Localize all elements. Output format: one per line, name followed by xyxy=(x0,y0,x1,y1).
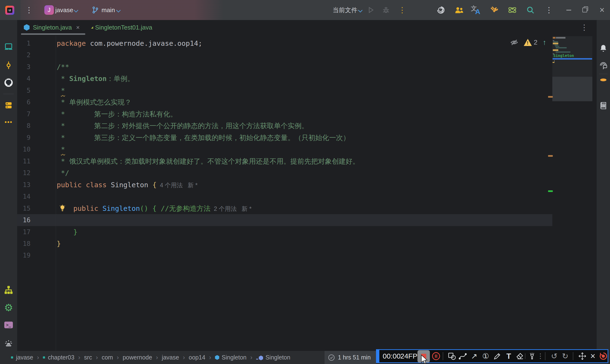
pause-recording-button[interactable] xyxy=(431,352,441,360)
line-number[interactable]: 13 xyxy=(0,179,30,191)
breadcrumb-item-powernode[interactable]: powernode xyxy=(123,354,152,361)
line-number[interactable]: 18 xyxy=(0,238,30,250)
notifications-bell-icon[interactable] xyxy=(597,41,610,55)
hierarchy-icon[interactable] xyxy=(0,283,17,297)
breadcrumb-item-oop14[interactable]: oop14 xyxy=(189,354,205,361)
search-icon[interactable] xyxy=(526,6,535,14)
code-line[interactable]: * 饿汉式单例模式：类加载时对象就创建好了。不管这个对象用还是不用。提前先把对象… xyxy=(57,155,359,167)
database-icon[interactable] xyxy=(597,76,610,89)
branch-widget[interactable]: main xyxy=(102,0,115,20)
code-line[interactable]: * 第一步：构造方法私有化。 xyxy=(57,108,177,120)
dictionary-book-icon[interactable] xyxy=(597,99,610,113)
code-line[interactable]: public class Singleton { 4 个用法 新 * xyxy=(57,179,197,191)
mouse-cursor xyxy=(421,354,429,364)
line-number[interactable]: 12 xyxy=(0,167,30,179)
breadcrumb-item-chapter03[interactable]: chapter03 xyxy=(43,354,74,361)
line-number[interactable]: 6 xyxy=(0,96,30,108)
prev-problem-arrow[interactable]: ↑ xyxy=(543,38,546,46)
line-number[interactable]: 10 xyxy=(0,143,30,155)
code-line[interactable]: * xyxy=(57,85,65,96)
breadcrumb-item-com[interactable]: com xyxy=(102,354,113,361)
undo-button[interactable]: ↺ xyxy=(549,352,559,360)
error-stripe-mark[interactable] xyxy=(548,155,553,157)
ai-chat-icon[interactable] xyxy=(597,58,610,71)
code-line[interactable]: } xyxy=(57,226,78,238)
terminal-icon[interactable]: >_ xyxy=(0,318,17,332)
close-recorder-button[interactable]: × xyxy=(588,352,597,360)
code-line[interactable]: * 单例模式怎么实现？ xyxy=(57,96,131,108)
breadcrumb-item-javase[interactable]: javase xyxy=(11,354,33,361)
text-tool-button[interactable]: T xyxy=(504,352,514,360)
translate-icon[interactable]: 文 A xyxy=(471,0,482,20)
shapes-tool-button[interactable] xyxy=(447,352,457,360)
code-line[interactable]: public Singleton() { //无参构造方法 2 个用法 新 * xyxy=(57,203,252,214)
error-stripe-mark[interactable] xyxy=(548,96,553,98)
close-button[interactable]: × xyxy=(599,0,605,20)
line-number[interactable]: 9 xyxy=(0,132,30,144)
project-widget[interactable]: javase xyxy=(55,0,73,20)
line-number[interactable]: 14 xyxy=(0,191,30,203)
freehand-curve-tool-button[interactable] xyxy=(458,352,467,360)
main-menu-button[interactable]: ⋮ xyxy=(25,0,33,20)
line-number[interactable]: 16 xyxy=(0,214,30,226)
inspections-widget[interactable]: 2 ↑ ↓ xyxy=(510,38,555,47)
code-with-me-users-icon[interactable] xyxy=(455,6,464,14)
intention-bulb-icon[interactable] xyxy=(59,204,66,212)
spiral-plugin-icon[interactable] xyxy=(437,6,445,14)
line-number[interactable]: 4 xyxy=(0,73,30,85)
code-line[interactable]: * 第三步：定义一个静态变量，在类加载的时候，初始化静态变量。（只初始化一次） xyxy=(57,132,350,144)
minimize-button[interactable] xyxy=(564,0,574,20)
line-number[interactable]: 8 xyxy=(0,120,30,132)
code-line[interactable]: /** xyxy=(57,61,69,73)
line-number[interactable]: 3 xyxy=(0,61,30,73)
line-number[interactable]: 19 xyxy=(0,249,30,261)
tools-icon[interactable] xyxy=(490,6,498,14)
code-line[interactable]: * xyxy=(57,143,65,155)
breadcrumb-item-javase[interactable]: javase xyxy=(162,354,179,361)
tab-singletontest01-java[interactable]: SingletonTest01.java xyxy=(92,20,152,35)
recorder-drag-handle[interactable] xyxy=(376,349,379,363)
line-number[interactable]: 7 xyxy=(0,108,30,120)
line-number[interactable]: 11 xyxy=(0,155,30,167)
more-kebab-icon[interactable]: ⋮ xyxy=(545,0,553,20)
code-line[interactable]: * 第二步：对外提供一个公开的静态的方法，用这个方法获取单个实例。 xyxy=(57,120,308,132)
run-configuration-select[interactable]: 当前文件 xyxy=(333,0,357,20)
restart-record-button[interactable] xyxy=(598,352,608,360)
breadcrumb-item-src[interactable]: src xyxy=(84,354,92,361)
project-avatar[interactable]: J xyxy=(44,5,54,15)
line-number[interactable]: 15 xyxy=(0,203,30,214)
line-number[interactable]: 1 xyxy=(0,37,30,49)
run-more-kebab-icon[interactable]: ⋮ xyxy=(398,0,406,20)
tab-singleton-java[interactable]: Singleton.java × xyxy=(24,20,80,35)
eraser-tool-button[interactable] xyxy=(515,352,525,360)
code-line[interactable]: * Singleton：单例。 xyxy=(57,73,134,85)
run-play-icon[interactable] xyxy=(367,6,375,14)
code-line[interactable]: */ xyxy=(57,167,69,179)
minimap-viewport[interactable] xyxy=(552,77,592,101)
move-toolbar-button[interactable] xyxy=(578,352,587,360)
breadcrumb-item-singleton[interactable]: Singleton xyxy=(256,354,290,361)
number-badge-tool-button[interactable]: ① xyxy=(481,352,490,360)
atom-plugin-icon[interactable] xyxy=(507,5,517,15)
arrow-tool-button[interactable]: ↗ xyxy=(469,352,479,360)
line-number[interactable]: 17 xyxy=(0,226,30,238)
tab-options-kebab[interactable]: ⋮ xyxy=(581,20,588,35)
debug-bug-icon[interactable] xyxy=(382,6,390,14)
line-number[interactable]: 5 xyxy=(0,85,30,96)
problems-alarm-icon[interactable] xyxy=(0,337,17,350)
code-line[interactable]: package com.powernode.javase.oop14; xyxy=(57,37,202,49)
restore-button[interactable] xyxy=(580,0,590,20)
highlight-off-eye-icon[interactable] xyxy=(510,38,519,47)
settings-gear-icon[interactable]: ⚙ xyxy=(0,301,17,314)
warning-counter[interactable]: 2 xyxy=(524,39,538,46)
line-number[interactable]: 2 xyxy=(0,49,30,61)
time-tracking-widget[interactable]: 1 hrs 51 min xyxy=(324,351,376,364)
recorder-more-kebab[interactable]: ⋮ xyxy=(536,352,545,360)
code-line[interactable]: } xyxy=(57,238,61,250)
flashlight-tool-button[interactable] xyxy=(527,352,537,360)
error-stripe-mark[interactable] xyxy=(548,190,553,192)
close-tab-icon[interactable]: × xyxy=(76,24,79,31)
redo-button[interactable]: ↻ xyxy=(560,352,570,360)
pencil-tool-button[interactable] xyxy=(493,352,502,360)
breadcrumb-item-singleton[interactable]: Singleton xyxy=(215,354,247,361)
